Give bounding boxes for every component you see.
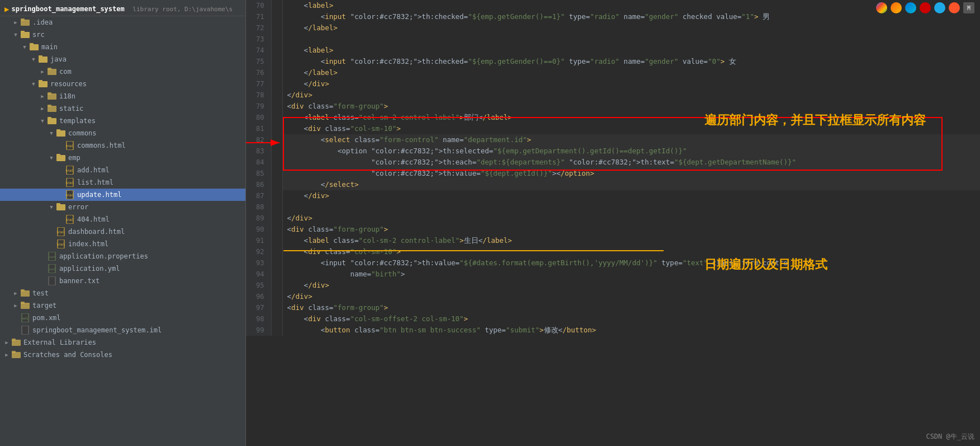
watermark: CSDN @牛_云说 [926, 432, 974, 442]
tree-item-application.properties[interactable]: confapplication.properties [0, 250, 245, 262]
line-code-75[interactable]: <input "color:#cc7832;">th:checked="${em… [282, 56, 980, 67]
line-number-93: 93 [246, 257, 271, 269]
line-code-94[interactable]: name="birth"> [282, 269, 980, 280]
line-code-90[interactable]: <div class="form-group"> [282, 224, 980, 235]
line-code-97[interactable]: <div class="form-group"> [282, 302, 980, 313]
svg-rect-31 [56, 203, 60, 205]
line-code-78[interactable]: </div> [282, 90, 980, 101]
svg-rect-23 [56, 154, 60, 156]
line-code-73[interactable] [282, 34, 980, 45]
tree-item-resources[interactable]: ▼resources [0, 78, 245, 90]
tree-item-list.html[interactable]: htmllist.html [0, 176, 245, 189]
svg-rect-42 [49, 276, 55, 285]
line-gutter-88 [271, 201, 282, 213]
tree-item-test[interactable]: ▶test [0, 287, 245, 299]
tree-label-idea: .idea [32, 18, 243, 26]
tree-arrow-i18n: ▶ [38, 93, 47, 99]
tree-arrow-com: ▶ [38, 69, 47, 74]
code-row-88: 88 [246, 201, 980, 213]
tree-item-commons.html[interactable]: htmlcommons.html [0, 139, 245, 152]
tree-label-index.html: index.html [68, 240, 243, 248]
tree-item-main[interactable]: ▼main [0, 41, 245, 53]
svg-rect-53 [12, 351, 16, 353]
line-code-96[interactable]: </div> [282, 291, 980, 302]
line-code-81[interactable]: <div class="col-sm-10"> [282, 123, 980, 134]
line-code-93[interactable]: <input "color:#cc7832;">th:value="${#dat… [282, 257, 980, 269]
tree-item-emp[interactable]: ▼emp [0, 152, 245, 164]
line-code-88[interactable] [282, 201, 980, 213]
tree-item-commons[interactable]: ▼commons [0, 127, 245, 139]
line-gutter-85 [271, 168, 282, 179]
code-row-93: 93 <input "color:#cc7832;">th:value="${#… [246, 257, 980, 269]
line-code-85[interactable]: "color:#cc7832;">th:value="${dept.getId(… [282, 168, 980, 179]
tree-icon-resources [38, 79, 48, 88]
line-gutter-99 [271, 325, 282, 336]
line-gutter-82 [271, 134, 282, 145]
line-code-99[interactable]: <button class="btn btn-sm btn-success" t… [282, 325, 980, 336]
tree-item-application.yml[interactable]: confapplication.yml [0, 262, 245, 275]
tree-icon-application.properties: conf [47, 252, 57, 261]
tree-item-com[interactable]: ▶com [0, 65, 245, 78]
svg-rect-3 [21, 31, 25, 33]
code-row-70: 70 <label> [246, 0, 980, 11]
tree-label-springboot_management_system.iml: springboot_management_system.iml [32, 326, 243, 334]
line-code-76[interactable]: </label> [282, 67, 980, 78]
tree-item-java[interactable]: ▼java [0, 53, 245, 65]
tree-item-index.html[interactable]: htmlindex.html [0, 238, 245, 250]
line-code-83[interactable]: <option "color:#cc7832;">th:selected="${… [282, 145, 980, 157]
line-code-86[interactable]: </select> [282, 179, 980, 190]
code-table: 70 <label>71 <input "color:#cc7832;">th:… [246, 0, 980, 336]
line-code-79[interactable]: <div class="form-group"> [282, 101, 980, 112]
svg-rect-11 [39, 80, 42, 82]
line-code-87[interactable]: </div> [282, 190, 980, 201]
tree-item-banner.txt[interactable]: banner.txt [0, 275, 245, 287]
svg-text:html: html [57, 242, 65, 246]
tree-item-dashboard.html[interactable]: htmldashboard.html [0, 226, 245, 238]
line-code-95[interactable]: </div> [282, 280, 980, 291]
code-row-76: 76 </label> [246, 67, 980, 78]
line-code-92[interactable]: <div class="col-sm-10"> [282, 246, 980, 257]
line-code-70[interactable]: <label> [282, 0, 980, 11]
code-editor-area[interactable]: 70 <label>71 <input "color:#cc7832;">th:… [246, 0, 980, 446]
tree-item-update.html[interactable]: htmlupdate.html [0, 189, 245, 201]
line-code-98[interactable]: <div class="col-sm-offset-2 col-sm-10"> [282, 313, 980, 325]
line-gutter-81 [271, 123, 282, 134]
code-row-73: 73 [246, 34, 980, 45]
line-code-80[interactable]: <label class="col-sm-2 control-label">部门… [282, 112, 980, 123]
line-gutter-80 [271, 112, 282, 123]
tree-icon-com [47, 67, 57, 76]
tree-item-springboot_management_system.iml[interactable]: springboot_management_system.iml [0, 324, 245, 336]
tree-item-add.html[interactable]: htmladd.html [0, 164, 245, 176]
line-gutter-78 [271, 90, 282, 101]
tree-item-pom.xml[interactable]: xmlpom.xml [0, 312, 245, 324]
tree-icon-templates [47, 116, 57, 125]
line-code-74[interactable]: <label> [282, 45, 980, 56]
code-row-90: 90<div class="form-group"> [246, 224, 980, 235]
tree-item-external-libraries[interactable]: ▶External Libraries [0, 336, 245, 349]
line-code-77[interactable]: </div> [282, 78, 980, 90]
tree-icon-springboot_management_system.iml [20, 326, 30, 335]
tree-item-i18n[interactable]: ▶i18n [0, 90, 245, 102]
tree-icon-banner.txt [47, 276, 57, 285]
tree-item-src[interactable]: ▼src [0, 29, 245, 41]
tree-label-java: java [50, 55, 243, 63]
line-number-86: 86 [246, 179, 271, 190]
tree-item-templates[interactable]: ▼templates [0, 115, 245, 127]
file-tree-sidebar[interactable]: ▶ springboot_management_system library r… [0, 0, 246, 446]
tree-item-target[interactable]: ▶target [0, 299, 245, 312]
line-code-89[interactable]: </div> [282, 213, 980, 224]
line-code-72[interactable]: </label> [282, 22, 980, 34]
line-gutter-83 [271, 145, 282, 157]
tree-label-pom.xml: pom.xml [32, 314, 243, 322]
tree-item-404.html[interactable]: html404.html [0, 213, 245, 226]
tree-item-idea[interactable]: ▶.idea [0, 16, 245, 29]
tree-item-scratches[interactable]: ▶Scratches and Consoles [0, 349, 245, 361]
line-code-84[interactable]: "color:#cc7832;">th:each="dept:${departm… [282, 157, 980, 168]
svg-rect-15 [48, 105, 51, 107]
line-code-91[interactable]: <label class="col-sm-2 control-label">生日… [282, 235, 980, 246]
tree-item-error[interactable]: ▼error [0, 201, 245, 213]
tree-item-static[interactable]: ▶static [0, 102, 245, 115]
tree-arrow-src: ▼ [11, 32, 20, 37]
line-code-71[interactable]: <input "color:#cc7832;">th:checked="${em… [282, 11, 980, 22]
line-code-82[interactable]: <select class="form-control" name="depar… [282, 134, 980, 145]
